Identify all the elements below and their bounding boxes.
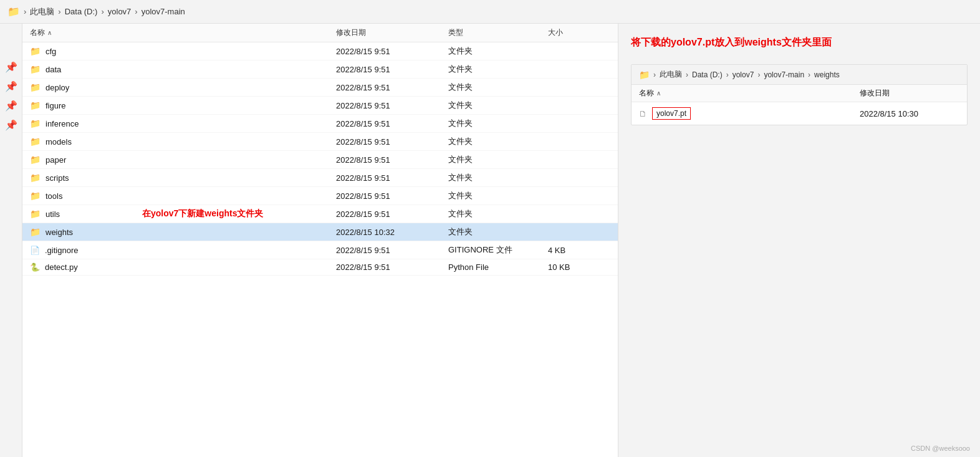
right-annotation-title: 将下载的yolov7.pt放入到weights文件夹里面 xyxy=(631,36,968,49)
folder-icon: 📁 xyxy=(30,118,41,128)
file-name-cell: 📁 deploy xyxy=(30,82,336,92)
file-type: 文件夹 xyxy=(448,118,548,129)
file-type: 文件夹 xyxy=(448,172,548,183)
file-name-cell: 📁 inference xyxy=(30,118,336,128)
folder-icon: 📁 xyxy=(30,100,41,110)
breadcrumb-item-1[interactable]: Data (D:) xyxy=(65,7,98,16)
mini-bc-sep-4: › xyxy=(808,70,810,79)
file-name-text: cfg xyxy=(46,47,56,56)
mini-col-name-label: 名称 xyxy=(639,88,654,99)
file-name-text: weights xyxy=(46,228,73,237)
pin-icon-0[interactable]: 📌 xyxy=(5,61,17,73)
folder-icon: 📁 xyxy=(30,46,41,56)
mini-file-row[interactable]: 🗋 yolov7.pt 2022/8/15 10:30 xyxy=(632,102,967,125)
file-name-cell: 🐍 detect.py xyxy=(30,262,336,272)
file-size: 10 KB xyxy=(548,262,610,272)
py-file-icon: 🐍 xyxy=(30,262,40,272)
file-name-text: tools xyxy=(46,191,62,201)
mini-folder-icon: 📁 xyxy=(639,70,650,80)
mini-bc-0[interactable]: 此电脑 xyxy=(660,69,682,80)
table-row[interactable]: 📁 cfg 2022/8/15 9:51 文件夹 xyxy=(22,42,618,60)
breadcrumb-separator-1: › xyxy=(58,7,60,16)
file-panel: 名称 ∧ 修改日期 类型 大小 📁 cfg 2022/8/15 9:51 文件夹… xyxy=(22,24,618,457)
mini-explorer: 📁 › 此电脑 › Data (D:) › yolov7 › yolov7-ma… xyxy=(631,64,968,125)
file-modified: 2022/8/15 9:51 xyxy=(336,47,448,56)
sidebar: 📌 📌 📌 📌 xyxy=(0,24,22,457)
mini-col-modified-header[interactable]: 修改日期 xyxy=(860,88,959,99)
file-list: 📁 cfg 2022/8/15 9:51 文件夹 📁 data 2022/8/1… xyxy=(22,42,618,276)
col-modified-header[interactable]: 修改日期 xyxy=(336,27,448,38)
file-size: 4 KB xyxy=(548,246,610,255)
pin-icon-3[interactable]: 📌 xyxy=(5,119,17,131)
file-type: 文件夹 xyxy=(448,190,548,201)
file-modified: 2022/8/15 9:51 xyxy=(336,119,448,128)
table-row[interactable]: 📁 weights 2022/8/15 10:32 文件夹 xyxy=(22,223,618,241)
file-name-text: .gitignore xyxy=(45,246,78,255)
col-name-header[interactable]: 名称 ∧ xyxy=(30,27,336,38)
folder-icon: 📁 xyxy=(30,64,41,74)
file-name-cell: 📁 scripts xyxy=(30,173,336,183)
file-name-text: scripts xyxy=(46,173,69,183)
annotation-label: 在yolov7下新建weights文件夹 xyxy=(142,208,263,219)
file-name-text: paper xyxy=(46,155,66,165)
mini-bc-4[interactable]: weights xyxy=(814,70,840,79)
table-row[interactable]: 📁 tools 2022/8/15 9:51 文件夹 xyxy=(22,187,618,205)
mini-bc-3[interactable]: yolov7-main xyxy=(764,70,804,79)
table-row[interactable]: 📁 scripts 2022/8/15 9:51 文件夹 xyxy=(22,169,618,187)
file-name-text: deploy xyxy=(46,83,69,92)
table-row[interactable]: 📁 figure 2022/8/15 9:51 文件夹 xyxy=(22,97,618,115)
breadcrumb-separator-2: › xyxy=(101,7,103,16)
file-name-text: data xyxy=(46,65,61,74)
col-type-header[interactable]: 类型 xyxy=(448,27,548,38)
breadcrumb-folder-icon: 📁 xyxy=(7,6,20,17)
breadcrumb-item-0[interactable]: 此电脑 xyxy=(30,6,54,17)
mini-file-modified: 2022/8/15 10:30 xyxy=(860,109,959,118)
folder-icon: 📁 xyxy=(30,191,41,201)
file-icon: 📄 xyxy=(30,246,40,255)
table-row[interactable]: 📁 inference 2022/8/15 9:51 文件夹 xyxy=(22,115,618,133)
mini-bc-sep-1: › xyxy=(686,70,688,79)
mini-file-icon: 🗋 xyxy=(639,109,647,118)
table-row[interactable]: 📁 utils 在yolov7下新建weights文件夹 2022/8/15 9… xyxy=(22,205,618,223)
table-row[interactable]: 📁 models 2022/8/15 9:51 文件夹 xyxy=(22,133,618,151)
table-row[interactable]: 📁 paper 2022/8/15 9:51 文件夹 xyxy=(22,151,618,169)
col-modified-label: 修改日期 xyxy=(336,28,366,37)
pin-icon-1[interactable]: 📌 xyxy=(5,80,17,92)
mini-bc-2[interactable]: yolov7 xyxy=(733,70,754,79)
folder-icon: 📁 xyxy=(30,82,41,92)
file-modified: 2022/8/15 9:51 xyxy=(336,83,448,92)
file-modified: 2022/8/15 9:51 xyxy=(336,246,448,255)
file-name-cell: 📁 paper xyxy=(30,155,336,165)
col-size-label: 大小 xyxy=(548,28,563,37)
pin-icon-2[interactable]: 📌 xyxy=(5,100,17,112)
table-row[interactable]: 📄 .gitignore 2022/8/15 9:51 GITIGNORE 文件… xyxy=(22,241,618,259)
file-type: Python File xyxy=(448,262,548,272)
breadcrumb-item-3[interactable]: yolov7-main xyxy=(142,7,185,16)
file-name-cell: 📁 cfg xyxy=(30,46,336,56)
mini-bc-1[interactable]: Data (D:) xyxy=(692,70,723,79)
file-type: 文件夹 xyxy=(448,136,548,147)
file-type: 文件夹 xyxy=(448,64,548,75)
folder-icon: 📁 xyxy=(30,227,41,237)
file-name-cell: 📁 weights xyxy=(30,227,336,237)
table-row[interactable]: 📁 deploy 2022/8/15 9:51 文件夹 xyxy=(22,79,618,97)
mini-col-name-header[interactable]: 名称 ∧ xyxy=(639,88,860,99)
table-row[interactable]: 🐍 detect.py 2022/8/15 9:51 Python File 1… xyxy=(22,259,618,276)
column-header: 名称 ∧ 修改日期 类型 大小 xyxy=(22,24,618,42)
breadcrumb-item-2[interactable]: yolov7 xyxy=(108,7,132,16)
file-modified: 2022/8/15 9:51 xyxy=(336,209,448,219)
file-name-text: utils xyxy=(46,209,60,219)
breadcrumb-separator-0: › xyxy=(24,7,26,16)
mini-bc-sep-3: › xyxy=(757,70,760,79)
right-panel: 将下载的yolov7.pt放入到weights文件夹里面 📁 › 此电脑 › D… xyxy=(618,24,980,457)
folder-icon: 📁 xyxy=(30,137,41,147)
file-type: 文件夹 xyxy=(448,226,548,238)
table-row[interactable]: 📁 data 2022/8/15 9:51 文件夹 xyxy=(22,60,618,79)
sort-arrow-up: ∧ xyxy=(47,29,52,36)
file-name-cell: 📁 utils 在yolov7下新建weights文件夹 xyxy=(30,209,336,219)
file-type: 文件夹 xyxy=(448,100,548,111)
col-size-header[interactable]: 大小 xyxy=(548,27,610,38)
mini-file-name: 🗋 yolov7.pt xyxy=(639,107,860,120)
mini-sort-arrow: ∧ xyxy=(656,90,661,97)
file-type: 文件夹 xyxy=(448,154,548,165)
